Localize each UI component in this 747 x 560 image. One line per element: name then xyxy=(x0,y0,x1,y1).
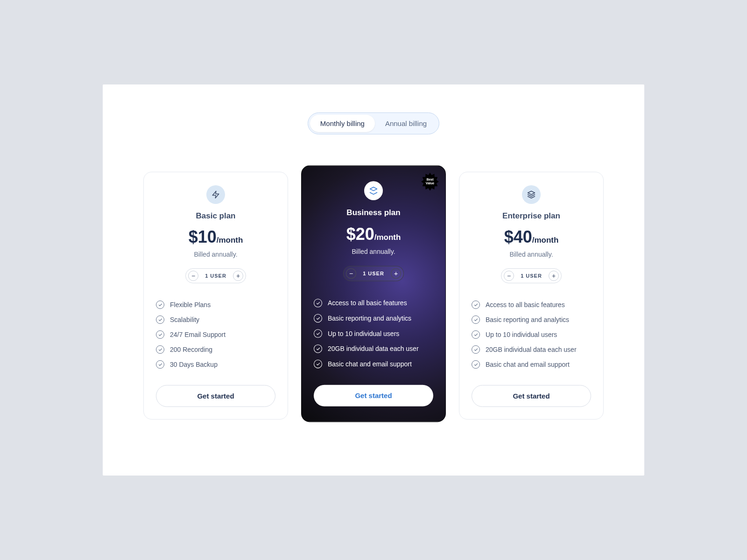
svg-marker-0 xyxy=(370,187,377,191)
feature-item: 20GB individual data each user xyxy=(472,342,591,357)
get-started-button[interactable]: Get started xyxy=(314,385,433,406)
monthly-billing-tab[interactable]: Monthly billing xyxy=(310,115,375,132)
user-quantity-stepper: − 1 USER + xyxy=(343,266,404,281)
billing-note: Billed annually. xyxy=(472,251,591,258)
feature-label: Basic chat and email support xyxy=(328,360,412,368)
user-count: 1 USER xyxy=(205,273,226,279)
user-count: 1 USER xyxy=(363,271,384,276)
check-icon xyxy=(472,345,480,354)
lightning-icon xyxy=(211,190,220,199)
user-quantity-stepper: − 1 USER + xyxy=(185,268,246,283)
feature-label: Basic reporting and analytics xyxy=(328,315,411,322)
user-quantity-stepper: − 1 USER + xyxy=(501,268,562,283)
decrement-button[interactable]: − xyxy=(346,268,356,279)
feature-item: Access to all basic features xyxy=(472,297,591,312)
plan-name: Business plan xyxy=(314,208,433,217)
svg-marker-1 xyxy=(528,191,535,195)
feature-list: Access to all basic features Basic repor… xyxy=(472,297,591,372)
price-amount: $10 xyxy=(189,227,217,246)
layers-icon xyxy=(369,186,378,195)
increment-button[interactable]: + xyxy=(233,271,243,281)
get-started-button[interactable]: Get started xyxy=(472,385,591,407)
plan-card-basic: Basic plan $10/month Billed annually. − … xyxy=(143,172,288,420)
plan-icon-enterprise xyxy=(522,185,541,204)
pricing-grid: Basic plan $10/month Billed annually. − … xyxy=(140,172,607,420)
feature-label: 200 Recording xyxy=(170,346,212,353)
check-icon xyxy=(472,315,480,324)
check-icon xyxy=(156,315,164,324)
feature-item: Scalability xyxy=(156,312,275,327)
price-period: /month xyxy=(374,232,401,241)
increment-button[interactable]: + xyxy=(549,271,559,281)
price-period: /month xyxy=(217,236,243,245)
check-icon xyxy=(472,360,480,369)
user-count: 1 USER xyxy=(521,273,542,279)
feature-item: 200 Recording xyxy=(156,342,275,357)
check-icon xyxy=(314,299,322,307)
plan-name: Enterprise plan xyxy=(472,211,591,221)
check-icon xyxy=(314,344,322,353)
feature-label: Scalability xyxy=(170,316,199,323)
plan-name: Basic plan xyxy=(156,211,275,221)
feature-label: Up to 10 individual users xyxy=(328,330,399,337)
feature-label: 30 Days Backup xyxy=(170,361,218,368)
stack-icon xyxy=(527,190,536,199)
check-icon xyxy=(314,314,322,322)
check-icon xyxy=(314,329,322,337)
feature-item: Basic chat and email support xyxy=(472,357,591,372)
check-icon xyxy=(156,360,164,369)
feature-item: Access to all basic features xyxy=(314,295,433,311)
check-icon xyxy=(314,360,322,368)
pricing-panel: Monthly billing Annual billing Basic pla… xyxy=(103,84,644,476)
feature-label: 20GB individual data each user xyxy=(328,345,419,352)
check-icon xyxy=(472,301,480,309)
feature-label: 24/7 Email Support xyxy=(170,331,226,338)
feature-label: Up to 10 individual users xyxy=(486,331,557,338)
feature-list: Access to all basic features Basic repor… xyxy=(314,295,433,371)
decrement-button[interactable]: − xyxy=(504,271,514,281)
feature-item: Up to 10 individual users xyxy=(314,326,433,341)
feature-label: Flexible Plans xyxy=(170,301,211,308)
check-icon xyxy=(156,330,164,339)
billing-note: Billed annually. xyxy=(156,251,275,258)
plan-icon-business xyxy=(364,181,383,200)
check-icon xyxy=(472,330,480,339)
feature-list: Flexible Plans Scalability 24/7 Email Su… xyxy=(156,297,275,372)
feature-item: 24/7 Email Support xyxy=(156,327,275,342)
plan-card-business: BestValue Business plan $20/month Billed… xyxy=(301,166,446,422)
feature-label: Access to all basic features xyxy=(486,301,565,308)
price-amount: $20 xyxy=(346,224,374,244)
feature-item: Up to 10 individual users xyxy=(472,327,591,342)
feature-item: Basic chat and email support xyxy=(314,357,433,372)
feature-item: Basic reporting and analytics xyxy=(472,312,591,327)
decrement-button[interactable]: − xyxy=(188,271,198,281)
feature-item: Basic reporting and analytics xyxy=(314,311,433,326)
billing-note: Billed annually. xyxy=(314,248,433,255)
check-icon xyxy=(156,345,164,354)
feature-label: Basic chat and email support xyxy=(486,361,570,368)
best-value-badge: BestValue xyxy=(421,173,439,191)
feature-label: Access to all basic features xyxy=(328,299,407,307)
plan-price: $10/month xyxy=(156,227,275,247)
feature-label: 20GB individual data each user xyxy=(486,346,577,353)
check-icon xyxy=(156,301,164,309)
badge-line2: Value xyxy=(426,182,434,185)
get-started-button[interactable]: Get started xyxy=(156,385,275,407)
price-period: /month xyxy=(532,236,559,245)
feature-label: Basic reporting and analytics xyxy=(486,316,569,323)
billing-toggle: Monthly billing Annual billing xyxy=(308,112,439,134)
feature-item: 20GB individual data each user xyxy=(314,341,433,357)
plan-card-enterprise: Enterprise plan $40/month Billed annuall… xyxy=(459,172,604,420)
feature-item: Flexible Plans xyxy=(156,297,275,312)
plan-price: $20/month xyxy=(314,224,433,244)
plan-icon-basic xyxy=(206,185,225,204)
badge-line1: Best xyxy=(426,178,433,181)
plan-price: $40/month xyxy=(472,227,591,247)
feature-item: 30 Days Backup xyxy=(156,357,275,372)
increment-button[interactable]: + xyxy=(391,268,401,279)
price-amount: $40 xyxy=(504,227,532,246)
annual-billing-tab[interactable]: Annual billing xyxy=(375,115,437,132)
